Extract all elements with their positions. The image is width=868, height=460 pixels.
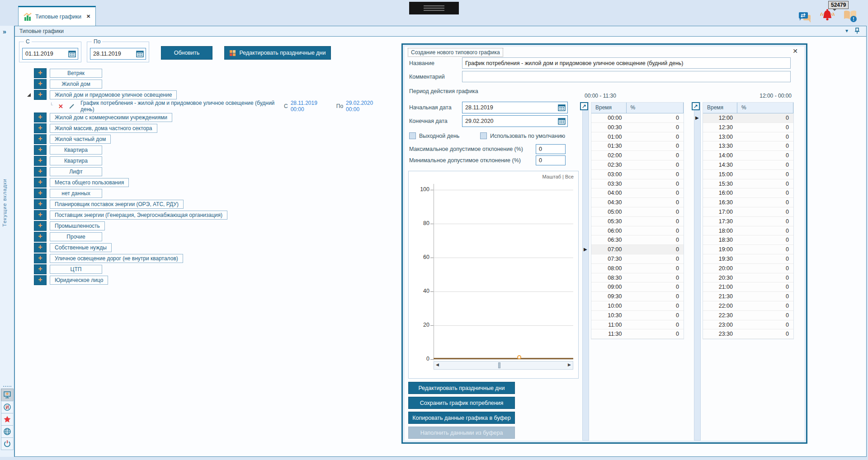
- percent-cell[interactable]: 0: [737, 301, 793, 310]
- name-input[interactable]: [462, 57, 791, 69]
- percent-cell[interactable]: 0: [627, 311, 684, 320]
- time-cell[interactable]: 23:00: [703, 320, 737, 329]
- percent-cell[interactable]: 0: [737, 273, 793, 282]
- percent-cell[interactable]: 0: [627, 301, 684, 310]
- grid-row[interactable]: 20:000: [703, 264, 793, 273]
- time-cell[interactable]: 16:30: [703, 198, 737, 207]
- time-grid-am[interactable]: Время%00:00000:30001:00001:30002:00002:3…: [591, 102, 684, 339]
- tree-node-label[interactable]: Жилой дом и придомовое уличное освещение: [50, 90, 177, 99]
- tab-typical-schedules[interactable]: Типовые графики ✕: [18, 6, 96, 26]
- calendar-icon[interactable]: [558, 104, 566, 111]
- time-cell[interactable]: 06:00: [591, 226, 627, 235]
- time-cell[interactable]: 22:00: [703, 301, 737, 310]
- percent-cell[interactable]: 0: [627, 292, 684, 301]
- grid-row[interactable]: 19:300: [703, 254, 793, 264]
- grid-row[interactable]: 14:000: [703, 151, 793, 160]
- scroll-left-icon[interactable]: ◀: [436, 362, 439, 367]
- grid-row[interactable]: 06:000: [591, 226, 684, 236]
- percent-cell[interactable]: 0: [737, 226, 793, 235]
- date-to-input[interactable]: 28.11.2019: [90, 48, 146, 60]
- time-cell[interactable]: 04:30: [591, 198, 627, 207]
- time-cell[interactable]: 11:00: [591, 320, 627, 329]
- refresh-button[interactable]: Обновить: [161, 46, 212, 60]
- time-cell[interactable]: 10:30: [591, 311, 627, 320]
- dialog-action-button[interactable]: Наполнить данными из буфера: [408, 427, 515, 439]
- percent-cell[interactable]: 0: [737, 282, 793, 291]
- add-schedule-button[interactable]: +: [34, 275, 47, 285]
- start-date-input[interactable]: 28.11.2019: [462, 102, 568, 113]
- grid-row[interactable]: 07:000: [591, 245, 684, 254]
- grid-row[interactable]: 00:000: [591, 113, 684, 123]
- time-cell[interactable]: 20:30: [703, 273, 737, 282]
- pin-icon[interactable]: [854, 28, 860, 34]
- grid-row[interactable]: 11:300: [591, 329, 684, 339]
- time-cell[interactable]: 12:30: [703, 123, 737, 132]
- time-cell[interactable]: 05:00: [591, 207, 627, 216]
- grid-row[interactable]: 12:300: [703, 123, 793, 132]
- grid-row[interactable]: 04:000: [591, 188, 684, 198]
- grid-row[interactable]: 11:000: [591, 320, 684, 330]
- add-schedule-button[interactable]: +: [34, 232, 47, 242]
- grid-row[interactable]: 18:300: [703, 235, 793, 245]
- consumption-chart[interactable]: Маштаб | Все ◀ ▶ 100806040200: [408, 171, 579, 379]
- tree-node-label[interactable]: Лифт: [50, 167, 102, 176]
- chart-scale-label[interactable]: Маштаб | Все: [542, 174, 574, 179]
- grid-row[interactable]: 22:300: [703, 311, 793, 320]
- column-header[interactable]: Время: [703, 103, 737, 113]
- percent-cell[interactable]: 0: [627, 188, 684, 197]
- grid-row[interactable]: 19:000: [703, 245, 793, 254]
- percent-cell[interactable]: 0: [737, 320, 793, 329]
- time-cell[interactable]: 04:00: [591, 188, 627, 197]
- time-cell[interactable]: 00:30: [591, 123, 627, 132]
- grid-row[interactable]: 15:000: [703, 170, 793, 179]
- add-schedule-button[interactable]: +: [34, 90, 47, 100]
- grid-row[interactable]: 13:000: [703, 132, 793, 142]
- grid-row[interactable]: 09:000: [591, 282, 684, 292]
- tree-node-label[interactable]: Жилой частный дом: [50, 135, 111, 144]
- time-grid-pm[interactable]: Время%12:00012:30013:00013:30014:00014:3…: [703, 102, 794, 339]
- expand-left-grid-button[interactable]: ↗: [580, 102, 588, 110]
- tree-node-label[interactable]: Места общего пользования: [50, 178, 129, 187]
- grid-row[interactable]: 10:000: [591, 301, 684, 311]
- expand-right-grid-button[interactable]: ↗: [692, 102, 700, 110]
- comment-input[interactable]: [462, 71, 791, 82]
- add-schedule-button[interactable]: +: [34, 199, 47, 209]
- percent-cell[interactable]: 0: [627, 170, 684, 179]
- percent-cell[interactable]: 0: [737, 217, 793, 226]
- percent-cell[interactable]: 0: [737, 113, 793, 122]
- percent-cell[interactable]: 0: [627, 113, 684, 122]
- grid-row[interactable]: 20:300: [703, 273, 793, 283]
- percent-cell[interactable]: 0: [627, 226, 684, 235]
- percent-cell[interactable]: 0: [627, 320, 684, 329]
- percent-cell[interactable]: 0: [737, 235, 793, 244]
- percent-cell[interactable]: 0: [737, 141, 793, 150]
- screen-share-handle[interactable]: [409, 2, 459, 14]
- time-cell[interactable]: 13:00: [703, 132, 737, 141]
- percent-cell[interactable]: 0: [737, 292, 793, 301]
- grid-row[interactable]: 16:300: [703, 198, 793, 207]
- time-cell[interactable]: 07:30: [591, 254, 627, 263]
- tree-node-label[interactable]: ЦТП: [50, 265, 102, 274]
- add-schedule-button[interactable]: +: [34, 79, 47, 89]
- dialog-action-button[interactable]: Сохранить график потребления: [408, 397, 515, 409]
- percent-cell[interactable]: 0: [627, 235, 684, 244]
- max-deviation-input[interactable]: [536, 144, 566, 154]
- grid-row[interactable]: 01:300: [591, 141, 684, 151]
- grid-row[interactable]: 15:300: [703, 179, 793, 189]
- time-cell[interactable]: 05:30: [591, 217, 627, 226]
- time-cell[interactable]: 18:30: [703, 235, 737, 244]
- percent-cell[interactable]: 0: [737, 198, 793, 207]
- tree-node-label[interactable]: Промышленность: [50, 221, 105, 230]
- tree-node-label[interactable]: Поставщик энергии (Генерация, Энергоснаб…: [50, 211, 227, 220]
- grid-row[interactable]: 10:300: [591, 311, 684, 320]
- time-cell[interactable]: 03:00: [591, 170, 627, 179]
- time-cell[interactable]: 01:30: [591, 141, 627, 150]
- grid-row[interactable]: 01:000: [591, 132, 684, 142]
- time-cell[interactable]: 20:00: [703, 264, 737, 273]
- percent-cell[interactable]: 0: [737, 132, 793, 141]
- add-schedule-button[interactable]: +: [34, 167, 47, 177]
- add-schedule-button[interactable]: +: [34, 243, 47, 253]
- tab-close-icon[interactable]: ✕: [86, 14, 90, 19]
- grid-row[interactable]: 17:000: [703, 207, 793, 217]
- add-schedule-button[interactable]: +: [34, 145, 47, 155]
